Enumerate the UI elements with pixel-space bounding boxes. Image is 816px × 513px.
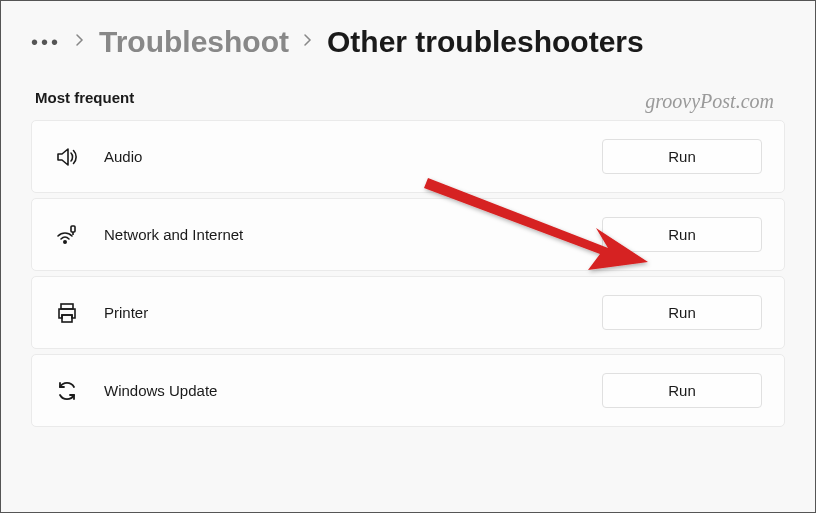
troubleshooter-printer[interactable]: Printer Run xyxy=(31,276,785,349)
troubleshooter-network[interactable]: Network and Internet Run xyxy=(31,198,785,271)
svg-rect-1 xyxy=(71,226,75,232)
row-left: Printer xyxy=(54,300,148,326)
troubleshooter-windows-update[interactable]: Windows Update Run xyxy=(31,354,785,427)
printer-icon xyxy=(54,300,80,326)
chevron-right-icon xyxy=(303,33,313,51)
breadcrumb-current: Other troubleshooters xyxy=(327,25,644,59)
chevron-right-icon xyxy=(75,33,85,51)
refresh-icon xyxy=(54,378,80,404)
breadcrumb-more-icon[interactable]: ••• xyxy=(31,31,61,54)
item-label: Printer xyxy=(104,304,148,321)
run-button[interactable]: Run xyxy=(602,373,762,408)
run-button[interactable]: Run xyxy=(602,217,762,252)
speaker-icon xyxy=(54,144,80,170)
item-label: Network and Internet xyxy=(104,226,243,243)
breadcrumb: ••• Troubleshoot Other troubleshooters xyxy=(31,25,785,59)
svg-point-0 xyxy=(64,240,66,242)
wifi-icon xyxy=(54,222,80,248)
item-label: Audio xyxy=(104,148,142,165)
run-button[interactable]: Run xyxy=(602,295,762,330)
settings-page: ••• Troubleshoot Other troubleshooters M… xyxy=(0,0,816,513)
breadcrumb-parent[interactable]: Troubleshoot xyxy=(99,25,289,59)
run-button[interactable]: Run xyxy=(602,139,762,174)
row-left: Audio xyxy=(54,144,142,170)
row-left: Network and Internet xyxy=(54,222,243,248)
item-label: Windows Update xyxy=(104,382,217,399)
troubleshooter-list: Audio Run Network and Internet Run xyxy=(31,120,785,427)
section-header: Most frequent xyxy=(31,89,785,106)
row-left: Windows Update xyxy=(54,378,217,404)
svg-rect-4 xyxy=(62,315,72,322)
troubleshooter-audio[interactable]: Audio Run xyxy=(31,120,785,193)
